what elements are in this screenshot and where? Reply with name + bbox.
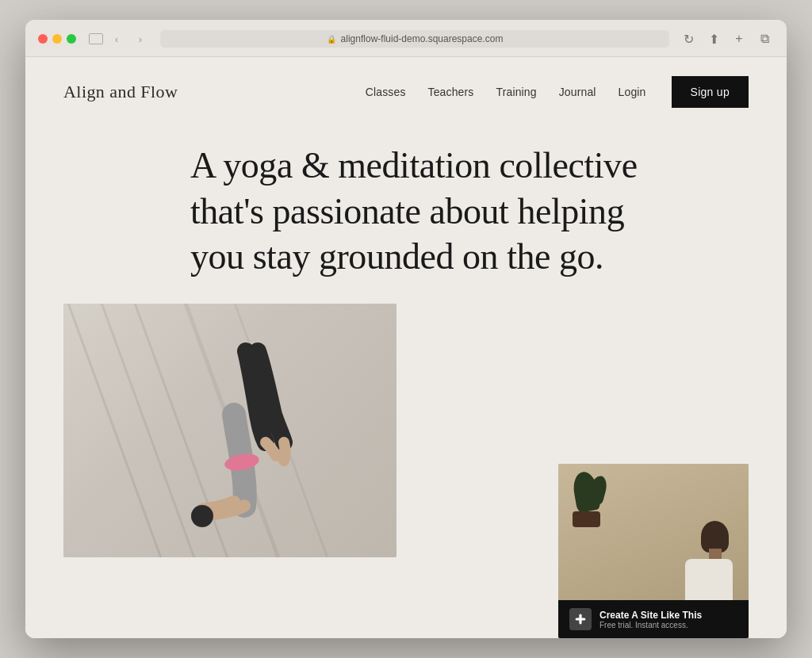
- browser-window: ‹ › 🔒 alignflow-fluid-demo.squarespace.c…: [25, 20, 787, 638]
- fullscreen-button[interactable]: [67, 34, 76, 44]
- hero-headline: A yoga & meditation collective that's pa…: [190, 143, 653, 280]
- nav-teachers[interactable]: Teachers: [428, 86, 474, 98]
- yoga-image-background: [63, 304, 396, 557]
- window-icon[interactable]: [89, 33, 103, 44]
- traffic-lights: [38, 34, 76, 44]
- squarespace-icon: [569, 608, 592, 630]
- website-content: Align and Flow Classes Teachers Training…: [25, 57, 787, 638]
- hero-section: A yoga & meditation collective that's pa…: [152, 127, 691, 304]
- browser-nav: ‹ ›: [89, 31, 151, 47]
- nav-login[interactable]: Login: [619, 86, 646, 98]
- close-button[interactable]: [38, 34, 48, 44]
- site-logo[interactable]: Align and Flow: [63, 82, 178, 102]
- meditation-image: Create A Site Like This Free trial. Inst…: [558, 464, 749, 638]
- duplicate-button[interactable]: ⧉: [755, 29, 774, 48]
- lock-icon: 🔒: [327, 35, 336, 44]
- minimize-button[interactable]: [52, 34, 62, 44]
- svg-point-1: [191, 505, 213, 527]
- forward-button[interactable]: ›: [130, 31, 151, 47]
- badge-text-container: Create A Site Like This Free trial. Inst…: [599, 610, 702, 629]
- nav-journal[interactable]: Journal: [559, 86, 596, 98]
- signup-button[interactable]: Sign up: [672, 76, 749, 108]
- yoga-pose-image: [63, 304, 396, 557]
- new-tab-button[interactable]: +: [730, 29, 749, 48]
- svg-rect-3: [579, 614, 581, 625]
- badge-subtitle: Free trial. Instant access.: [599, 621, 702, 629]
- address-bar[interactable]: 🔒 alignflow-fluid-demo.squarespace.com: [160, 30, 669, 48]
- share-button[interactable]: ⬆: [704, 29, 723, 48]
- badge-title: Create A Site Like This: [599, 610, 702, 621]
- images-section: Create A Site Like This Free trial. Inst…: [25, 304, 787, 639]
- site-navigation: Align and Flow Classes Teachers Training…: [25, 57, 787, 127]
- browser-actions: ↻ ⬆ + ⧉: [679, 29, 774, 48]
- url-text: alignflow-fluid-demo.squarespace.com: [341, 33, 504, 44]
- squarespace-badge[interactable]: Create A Site Like This Free trial. Inst…: [558, 600, 749, 638]
- nav-links: Classes Teachers Training Journal Login: [366, 86, 646, 98]
- reload-button[interactable]: ↻: [679, 29, 698, 48]
- nav-training[interactable]: Training: [496, 86, 536, 98]
- yoga-figure-svg: [111, 304, 349, 557]
- nav-classes[interactable]: Classes: [366, 86, 406, 98]
- back-button[interactable]: ‹: [106, 31, 127, 47]
- browser-chrome: ‹ › 🔒 alignflow-fluid-demo.squarespace.c…: [25, 20, 787, 57]
